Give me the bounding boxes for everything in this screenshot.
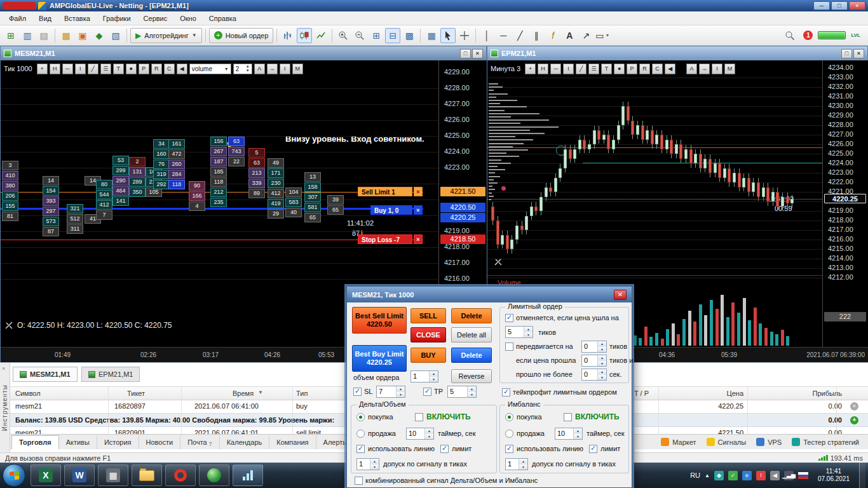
tile-windows-icon[interactable]: ⊞ — [369, 28, 384, 43]
tray-update-icon[interactable]: e — [742, 471, 752, 480]
delete-all-button[interactable]: Delete all — [451, 327, 492, 342]
delta-use-line-checkbox[interactable] — [356, 445, 365, 453]
spinner-arrows-icon[interactable]: ▲▼ — [519, 459, 527, 470]
tray-antivirus-icon[interactable]: ✓ — [728, 471, 738, 480]
col-time[interactable]: Время — [233, 390, 254, 397]
sell-button[interactable]: SELL — [410, 308, 446, 323]
menu-help[interactable]: Справка — [203, 13, 243, 24]
close-button[interactable]: × — [849, 1, 865, 10]
toolbox-tab-компания[interactable]: Компания — [269, 435, 316, 449]
spinner-arrows-icon[interactable]: ▲▼ — [429, 371, 438, 382]
toolbox-vertical-label[interactable]: Инструменты — [1, 384, 8, 431]
mesm21-tool-5[interactable]: ☰ — [100, 64, 111, 74]
limit-cancel-checkbox[interactable] — [505, 314, 513, 322]
spinner-arrows-icon[interactable]: ▲▼ — [597, 355, 606, 366]
epm21-tool-3[interactable]: I — [563, 64, 574, 74]
arrange-windows-icon[interactable]: ⊟ — [385, 28, 400, 43]
grid-icon[interactable]: ▦ — [424, 28, 439, 43]
price-scale-epm21[interactable]: 4220.25 222 4234.004233.004232.004231.00… — [822, 60, 868, 347]
taskbar-trading-app-icon[interactable] — [199, 464, 229, 486]
taskbar-wifi-icon[interactable] — [233, 464, 263, 486]
limit-move-checkbox[interactable] — [505, 342, 513, 351]
pane-divider[interactable] — [487, 275, 822, 276]
epm21-tool-4[interactable]: ╱ — [576, 64, 587, 74]
spinner-arrows-icon[interactable]: ▲▼ — [396, 386, 405, 397]
zoom-out-icon[interactable] — [352, 28, 367, 43]
delta-limit-checkbox[interactable] — [440, 445, 449, 453]
candle-chart-type-icon[interactable] — [297, 28, 312, 43]
data-window-icon[interactable]: ▣ — [75, 28, 90, 43]
spinner-arrows-icon[interactable]: ▲▼ — [597, 369, 606, 380]
market-watch-icon[interactable]: ▦ — [58, 28, 74, 43]
epm21-tool-11[interactable]: ◀ — [665, 64, 675, 74]
epm21-mode-0[interactable]: A — [686, 64, 697, 74]
close-panel-icon[interactable]: × — [2, 365, 5, 372]
epm21-tool-5[interactable]: ☰ — [588, 64, 599, 74]
toolbox-tab-торговля[interactable]: Торговля — [11, 435, 59, 449]
volume-mode-select[interactable]: volume▼ — [189, 64, 231, 74]
tray-language-label[interactable]: RU — [690, 471, 700, 479]
buy-position-tag[interactable]: Buy 1, 0 — [370, 205, 412, 215]
imbalance-sell-radio[interactable] — [505, 430, 513, 438]
chart-tab-epm21-m1[interactable]: EPM21,M1 — [81, 367, 140, 382]
limit-elapsed-spinner[interactable]: 0▲▼ — [581, 369, 607, 381]
cursor-tool-icon[interactable] — [440, 28, 456, 43]
mesm21-tool-4[interactable]: ╱ — [88, 64, 98, 74]
arrow-tool-icon[interactable]: ↗ — [578, 28, 593, 43]
tray-volume-icon[interactable]: ◀ — [770, 471, 780, 480]
delta-enable-checkbox[interactable] — [415, 413, 423, 421]
menu-view[interactable]: Вид — [32, 13, 58, 24]
navigator-icon[interactable]: ◆ — [92, 28, 107, 43]
stop-loss-close-icon[interactable]: × — [414, 234, 423, 244]
mesm21-mode-0[interactable]: A — [254, 64, 265, 74]
taskbar-opera-icon[interactable] — [165, 464, 196, 486]
tp-checkbox[interactable] — [423, 388, 431, 396]
dialog-close-icon[interactable]: ✕ — [614, 290, 627, 300]
mesm21-tool-0[interactable]: + — [37, 64, 48, 74]
sell-limit-close-icon[interactable]: × — [414, 187, 423, 196]
delta-buy-radio[interactable] — [356, 413, 365, 421]
epm21-tool-0[interactable]: + — [525, 64, 536, 74]
vps-button[interactable]: VPS — [756, 438, 782, 446]
mesm21-mode-1[interactable]: → — [267, 64, 278, 74]
level-line-orange[interactable] — [487, 147, 822, 148]
dialog-title-bar[interactable]: MESM21, Тик 1000 ✕ — [347, 287, 632, 302]
search-icon[interactable] — [782, 28, 797, 43]
chart-tab-mesm21-m1[interactable]: MESM21,M1 — [13, 367, 78, 382]
chart-close-button[interactable]: × — [853, 49, 864, 58]
epm21-tool-9[interactable]: R — [639, 64, 650, 74]
tray-alert-icon[interactable]: ! — [756, 471, 766, 480]
epm21-tool-6[interactable]: T — [601, 64, 612, 74]
takeprofit-limit-checkbox[interactable] — [502, 388, 510, 396]
menu-window[interactable]: Окно — [173, 13, 203, 24]
buy-button[interactable]: BUY — [410, 348, 446, 363]
buy-position-line[interactable] — [1, 208, 423, 210]
tray-app-icon[interactable]: ◆ — [714, 471, 724, 480]
chart-close-button[interactable]: × — [472, 49, 483, 58]
algo-trading-button[interactable]: ▶ Алготрейдинг ▼ — [130, 28, 202, 43]
digits-spinner[interactable]: 2▲ ▼ — [233, 64, 252, 74]
mesm21-tool-9[interactable]: R — [151, 64, 162, 74]
chart-title-bar-epm21[interactable]: EPM21,M1 □ × — [487, 46, 867, 60]
col-price[interactable]: Цена — [699, 390, 743, 397]
text-tool-icon[interactable]: A — [562, 28, 577, 43]
menu-insert[interactable]: Вставка — [58, 13, 97, 24]
sell-limit-tag[interactable]: Sell Limit 1 — [358, 187, 412, 196]
imbalance-buy-radio[interactable] — [505, 413, 513, 421]
col-type[interactable]: Тип — [296, 390, 308, 397]
mesm21-tool-7[interactable]: ● — [126, 64, 137, 74]
toolbox-tab-история[interactable]: История — [97, 435, 139, 449]
vertical-line-tool-icon[interactable]: │ — [479, 28, 494, 43]
imbalance-use-line-checkbox[interactable] — [505, 445, 513, 453]
toolbox-tab-почта[interactable]: Почта7 — [180, 435, 220, 449]
delta-sell-radio[interactable] — [356, 430, 365, 438]
maximize-button[interactable]: □ — [831, 1, 848, 10]
spinner-arrows-icon[interactable]: ▲▼ — [370, 459, 379, 470]
epm21-tool-2[interactable]: ─ — [550, 64, 561, 74]
minimize-button[interactable]: ─ — [813, 1, 830, 10]
channel-tool-icon[interactable]: ∥ — [529, 28, 544, 43]
start-button[interactable] — [3, 464, 25, 487]
imbalance-timer-spinner[interactable]: 10▲▼ — [555, 428, 583, 440]
col-tp[interactable]: T / P — [634, 390, 649, 397]
signals-button[interactable]: Сигналы — [707, 438, 747, 446]
